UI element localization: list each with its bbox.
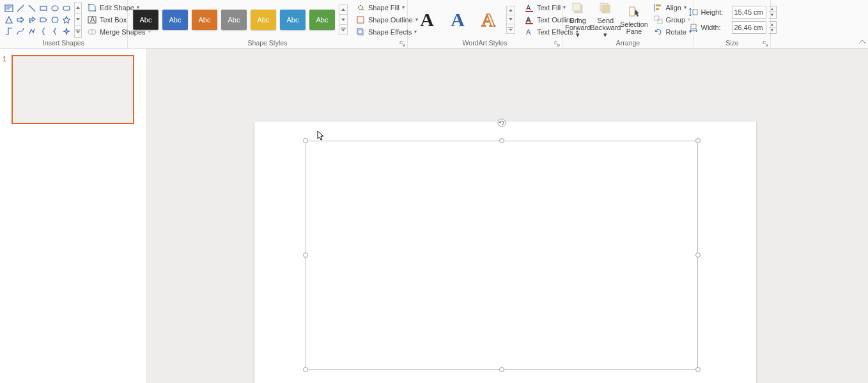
selection-pane-button[interactable]: Selection Pane [620,2,647,38]
size-launcher-icon[interactable] [762,40,768,47]
svg-text:A: A [90,15,95,23]
shape-pentagon-icon[interactable] [38,15,49,25]
resize-handle-se[interactable] [695,367,701,372]
selected-shape[interactable] [306,141,698,370]
resize-handle-n[interactable] [499,138,504,143]
style-swatch-7[interactable]: Abc [309,10,335,30]
shape-freeform-icon[interactable] [27,26,37,36]
svg-line-3 [17,5,24,12]
wa-down-icon[interactable] [507,15,515,24]
svg-rect-29 [602,5,610,13]
svg-point-6 [52,6,58,11]
svg-rect-39 [691,24,696,29]
style-more-icon[interactable] [339,25,347,35]
width-spinner[interactable]: ▲▼ [769,21,777,34]
style-swatch-6[interactable]: Abc [280,10,306,30]
style-swatch-3[interactable]: Abc [192,10,217,30]
shape-oval-icon[interactable] [50,3,60,13]
svg-point-16 [362,8,364,10]
wordart-launcher-icon[interactable] [554,40,560,47]
shape-rect-icon[interactable] [38,3,49,13]
resize-handle-nw[interactable] [303,138,308,143]
style-gallery-scroll [339,4,348,35]
svg-text:A: A [526,16,531,24]
group-label-insert-shapes: Insert Shapes [0,39,127,48]
svg-rect-37 [693,10,697,15]
group-label-arrange: Arrange [562,39,694,48]
svg-rect-27 [573,3,580,11]
width-icon [688,22,699,33]
height-label: Height: [701,8,729,16]
rotate-handle[interactable] [497,118,507,128]
style-swatch-4[interactable]: Abc [221,10,247,30]
shape-hex-icon[interactable] [50,15,60,25]
slide-number: 1 [3,55,9,124]
shape-arrow-turn-icon[interactable] [27,15,37,25]
workspace: 1 [0,49,868,383]
shape-star-icon[interactable] [61,15,72,25]
resize-handle-w[interactable] [303,253,308,258]
bring-forward-button: Bring Forward ▾ [565,2,591,38]
slide-canvas-area[interactable] [147,49,868,383]
gallery-up-icon[interactable] [75,3,81,14]
shapes-gallery[interactable] [3,2,73,38]
width-input[interactable] [732,21,766,34]
shape-line-icon[interactable] [15,3,26,13]
send-backward-label: Send Backward ▾ [590,17,621,38]
wa-up-icon[interactable] [507,6,515,15]
rotate-label: Rotate [666,28,686,36]
resize-handle-sw[interactable] [303,367,308,372]
edit-shape-icon [87,3,97,13]
shape-star4-icon[interactable] [61,26,72,36]
align-label: Align [666,4,681,12]
shape-bracket-icon[interactable] [38,26,49,36]
text-fill-icon: A [524,3,534,13]
height-input[interactable] [732,6,766,19]
ribbon: Edit Shape A Text Box Merge Shapes Inser… [0,0,868,49]
collapse-ribbon-icon[interactable] [859,38,865,46]
wa-more-icon[interactable] [507,24,515,33]
shape-line2-icon[interactable] [27,3,37,13]
style-swatch-1[interactable]: Abc [133,10,159,30]
shape-textbox-icon[interactable] [4,3,14,13]
effects-icon [355,27,366,37]
height-icon [688,7,699,17]
style-down-icon[interactable] [339,15,347,25]
wordart-style-3[interactable]: A [476,7,501,33]
group-label-size: Size [694,39,770,48]
resize-handle-e[interactable] [695,253,701,258]
merge-shapes-icon [87,27,97,37]
group-label-shape-styles: Shape Styles [128,39,407,48]
shapes-gallery-scroll [74,2,82,38]
shape-curve-icon[interactable] [15,26,26,36]
group-insert-shapes: Edit Shape A Text Box Merge Shapes Inser… [0,0,128,48]
slide-thumbnail-1[interactable] [12,55,134,124]
svg-rect-30 [630,7,635,16]
wordart-style-1[interactable]: A [414,7,440,33]
resize-handle-ne[interactable] [695,138,701,143]
shape-roundrect-icon[interactable] [61,3,72,13]
svg-text:A: A [526,4,531,12]
style-swatch-5[interactable]: Abc [251,10,276,30]
shape-conn1-icon[interactable] [4,26,14,36]
svg-point-40 [498,119,506,127]
svg-rect-7 [63,6,70,10]
style-swatch-2[interactable]: Abc [162,10,188,30]
wordart-style-2[interactable]: A [445,7,470,33]
shape-arrow-r-icon[interactable] [15,15,26,25]
height-spinner[interactable]: ▲▼ [769,6,777,19]
group-shape-styles: Abc Abc Abc Abc Abc Abc Abc Shape Fill [128,0,408,48]
gallery-more-icon[interactable] [75,26,81,36]
shape-triangle-icon[interactable] [4,15,14,25]
send-backward-button: Send Backward ▾ [591,2,620,38]
group-arrange: Bring Forward ▾ Send Backward ▾ Selectio… [562,0,694,48]
shape-styles-launcher-icon[interactable] [399,40,405,47]
shape-brace-icon[interactable] [50,26,60,36]
shape-fill-label: Shape Fill [368,4,399,12]
gallery-down-icon[interactable] [75,14,81,26]
slide[interactable] [254,121,756,383]
svg-point-9 [88,3,89,4]
resize-handle-s[interactable] [499,367,504,372]
svg-rect-22 [525,11,533,12]
style-up-icon[interactable] [339,5,347,15]
